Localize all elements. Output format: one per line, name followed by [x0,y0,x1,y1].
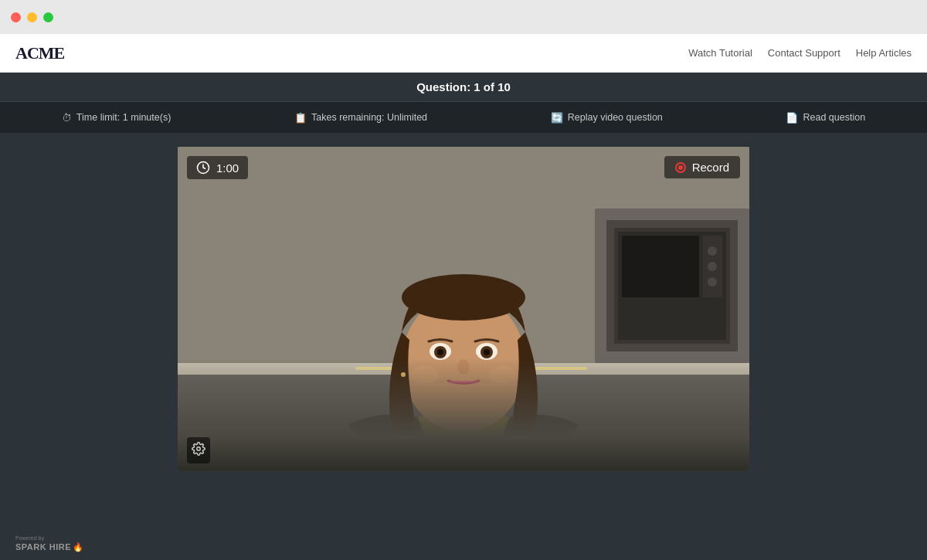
svg-rect-6 [622,236,699,297]
powered-by-text: Powered by [15,535,83,541]
watch-tutorial-link[interactable]: Watch Tutorial [688,47,752,59]
question-bar: Question: 1 of 10 [0,73,927,102]
read-question-info[interactable]: 📄 Read question [786,112,865,124]
flame-icon: 🔥 [73,542,83,552]
maximize-button[interactable] [43,12,53,22]
svg-point-18 [411,365,439,384]
svg-point-26 [457,359,470,375]
time-limit-text: Time limit: 1 minute(s) [76,112,171,123]
close-button[interactable] [11,12,21,22]
clock-icon [196,161,210,175]
logo: ACME [15,43,64,63]
read-icon: 📄 [786,112,798,124]
minimize-button[interactable] [27,12,37,22]
info-bar: ⏱ Time limit: 1 minute(s) 📋 Takes remain… [0,102,927,133]
read-question-text: Read question [803,112,865,123]
svg-rect-11 [178,363,749,378]
timer-overlay: 1:00 [187,156,248,179]
takes-remaining-info: 📋 Takes remaining: Unlimited [294,112,427,124]
svg-point-14 [363,417,564,471]
contact-support-link[interactable]: Contact Support [768,47,840,59]
replay-icon: 🔄 [551,112,563,124]
nav-links: Watch Tutorial Contact Support Help Arti… [688,47,912,59]
svg-point-28 [402,274,525,321]
svg-point-8 [708,246,717,256]
question-title: Question: 1 of 10 [416,80,511,93]
nav-bar: ACME Watch Tutorial Contact Support Help… [0,34,927,73]
replay-video-text: Replay video question [568,112,663,123]
video-container: 1:00 Record [178,147,749,471]
svg-point-10 [708,277,717,287]
svg-point-30 [197,447,201,451]
svg-point-9 [708,262,717,271]
timer-display: 1:00 [216,161,239,175]
calendar-icon: 📋 [294,112,307,124]
takes-remaining-text: Takes remaining: Unlimited [311,112,427,123]
svg-point-24 [437,349,443,355]
brand-name: SPARK HIRE [15,542,71,552]
record-label: Record [692,161,729,174]
svg-rect-13 [355,367,587,370]
settings-button[interactable] [187,437,210,463]
help-articles-link[interactable]: Help Articles [856,47,912,59]
footer-logo: Powered by SPARK HIRE 🔥 [15,535,83,552]
svg-point-15 [371,409,556,471]
record-button[interactable]: Record [664,156,740,178]
record-dot-inner [678,165,683,170]
svg-point-19 [488,365,516,384]
clock-icon: ⏱ [62,112,72,124]
svg-point-27 [401,372,406,377]
record-indicator [675,162,686,173]
svg-point-25 [484,349,490,355]
video-feed [178,147,749,471]
svg-rect-12 [178,375,749,471]
person-silhouette [178,147,749,471]
title-bar [0,0,927,34]
main-content: 1:00 Record [0,133,927,471]
footer: Powered by SPARK HIRE 🔥 [0,535,927,552]
time-limit-info: ⏱ Time limit: 1 minute(s) [62,112,171,124]
svg-rect-16 [444,386,483,433]
gear-icon [192,442,205,456]
replay-video-info[interactable]: 🔄 Replay video question [551,112,663,124]
